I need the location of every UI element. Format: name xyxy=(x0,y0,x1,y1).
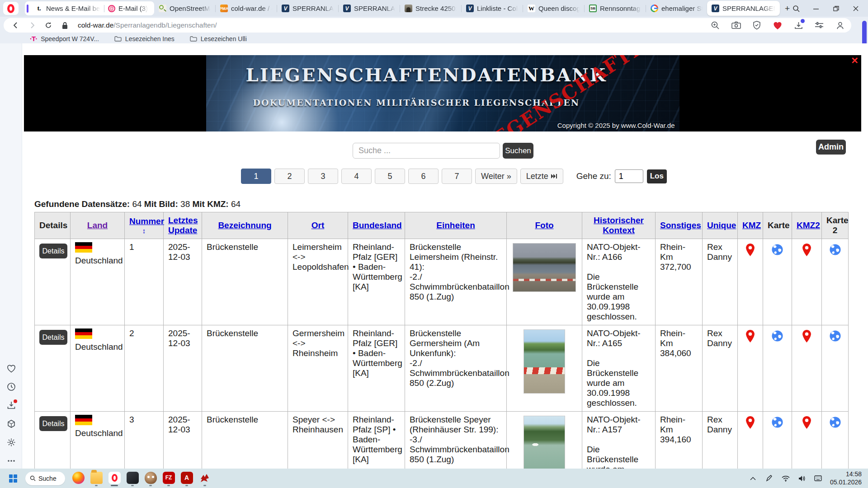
downloads-icon[interactable] xyxy=(793,20,803,30)
extensions-cube-icon[interactable] xyxy=(6,419,16,429)
kmz-pin-icon[interactable] xyxy=(745,416,755,429)
minimize-button[interactable] xyxy=(812,5,820,13)
tab-queen[interactable]: W Queen discography xyxy=(523,1,584,15)
zoom-search-icon[interactable] xyxy=(710,20,720,30)
profile-icon[interactable] xyxy=(835,20,845,30)
new-tab-button[interactable]: + xyxy=(783,3,792,14)
header-land[interactable]: Land xyxy=(71,212,125,239)
history-clock-icon[interactable] xyxy=(6,382,16,392)
snapshot-camera-icon[interactable] xyxy=(731,20,741,30)
bookmark-folder-ines[interactable]: Lesezeichen Ines xyxy=(114,35,175,42)
close-button[interactable] xyxy=(852,5,860,13)
bookmark-heart-icon[interactable] xyxy=(773,20,783,30)
acrobat-icon[interactable]: A xyxy=(180,470,193,487)
tab-search-icon[interactable] xyxy=(792,5,800,13)
address-bar[interactable]: cold-war.de/Sperranlagendb/Liegenschafte… xyxy=(4,18,851,33)
firefox-icon[interactable] xyxy=(71,470,85,487)
forward-button[interactable] xyxy=(26,19,38,31)
tab-linkliste[interactable]: V Linkliste - Cold-Wa xyxy=(462,1,523,15)
tab-phpmyadmin[interactable]: PMA cold-war.de / db50 xyxy=(216,1,277,15)
header-bundesland[interactable]: Bundesland xyxy=(348,212,405,239)
header-kmz2[interactable]: KMZ2 xyxy=(792,212,822,239)
row-photo[interactable] xyxy=(513,243,576,292)
header-kontext[interactable]: Historischer Kontext xyxy=(582,212,656,239)
page-button-4[interactable]: 4 xyxy=(341,169,372,184)
tab-email[interactable]: @ E-Mail (3) xyxy=(104,1,151,15)
red-app-icon[interactable] xyxy=(198,470,212,487)
tab-news-email[interactable]: t. News & E-Mail bei t xyxy=(32,1,104,15)
gimp-icon[interactable] xyxy=(144,470,157,487)
restore-button[interactable] xyxy=(832,5,840,13)
shield-check-icon[interactable] xyxy=(752,20,762,30)
details-button[interactable]: Details xyxy=(39,416,67,431)
search-submit-button[interactable]: Suchen xyxy=(503,143,533,159)
header-einheiten[interactable]: Einheiten xyxy=(405,212,507,239)
tune-filters-icon[interactable] xyxy=(814,20,824,30)
wifi-icon[interactable] xyxy=(781,474,790,483)
favorites-heart-icon[interactable] xyxy=(6,363,16,373)
row-photo[interactable] xyxy=(524,329,565,394)
tab-sperranlagen-active[interactable]: V SPERRANLAGENDATENBA xyxy=(707,1,780,16)
page-button-7[interactable]: 7 xyxy=(442,169,472,184)
taskbar-clock[interactable]: 14:58 05.01.2026 xyxy=(830,470,862,486)
opera-taskbar-icon[interactable] xyxy=(108,470,121,487)
url-text[interactable]: cold-war.de/Sperranlagendb/Liegenschafte… xyxy=(78,21,710,29)
opera-menu-button[interactable] xyxy=(3,2,19,15)
kmz-pin-icon[interactable] xyxy=(745,243,755,257)
details-button[interactable]: Details xyxy=(39,330,67,345)
banner-close-icon[interactable]: ✕ xyxy=(851,56,859,65)
map-globe-icon[interactable] xyxy=(771,416,783,428)
header-kmz[interactable]: KMZ xyxy=(738,212,763,239)
last-page-button[interactable]: Letzte xyxy=(520,169,563,184)
tab-sperranlagen-2[interactable]: V SPERRANLAGENDA xyxy=(339,1,400,15)
goto-page-input[interactable] xyxy=(615,169,643,183)
next-page-button[interactable]: Weiter » xyxy=(475,169,517,184)
downloads-tray-icon[interactable] xyxy=(6,400,16,410)
back-button[interactable] xyxy=(10,19,22,31)
tab-rennsonntag[interactable]: SB Rennsonntag in Sul xyxy=(585,1,646,15)
row-photo[interactable] xyxy=(524,416,565,469)
page-button-5[interactable]: 5 xyxy=(375,169,405,184)
filezilla-icon[interactable]: FZ xyxy=(162,470,175,487)
taskbar-search[interactable]: Suche xyxy=(25,472,65,485)
tab-strecke[interactable]: Strecke 4250: Eisen xyxy=(400,1,461,15)
volume-icon[interactable] xyxy=(797,474,807,483)
map2-globe-icon[interactable] xyxy=(829,244,841,256)
tab-openstreetmap[interactable]: OpenStreetMap De xyxy=(154,1,215,15)
header-foto[interactable]: Foto xyxy=(507,212,582,239)
reload-button[interactable] xyxy=(42,19,54,31)
kmz2-pin-icon[interactable] xyxy=(802,329,812,343)
page-button-6[interactable]: 6 xyxy=(408,169,439,184)
header-ort[interactable]: Ort xyxy=(288,212,348,239)
kmz2-pin-icon[interactable] xyxy=(802,416,812,429)
map2-globe-icon[interactable] xyxy=(829,416,841,428)
header-nummer[interactable]: Nummer↕ xyxy=(125,212,164,239)
page-button-1[interactable]: 1 xyxy=(241,169,271,184)
goto-submit-button[interactable]: Los xyxy=(647,169,667,183)
kmz-pin-icon[interactable] xyxy=(745,329,755,343)
header-bezeichnung[interactable]: Bezeichnung xyxy=(202,212,288,239)
bookmark-folder-ulli[interactable]: Lesezeichen Ulli xyxy=(190,35,247,42)
dark-app-icon[interactable] xyxy=(126,470,139,487)
more-ellipsis-icon[interactable] xyxy=(6,456,16,466)
kmz2-pin-icon[interactable] xyxy=(802,243,812,257)
search-input[interactable] xyxy=(353,143,500,159)
lock-icon[interactable] xyxy=(59,19,71,31)
bookmark-speedport[interactable]: ·T· Speedport W 724V... xyxy=(30,35,99,42)
map-globe-icon[interactable] xyxy=(771,330,783,342)
page-button-2[interactable]: 2 xyxy=(274,169,305,184)
header-sonstiges[interactable]: Sonstiges xyxy=(656,212,703,239)
tab-sperranlagen-1[interactable]: V SPERRANLAGENDA xyxy=(277,1,338,15)
header-update[interactable]: Letztes Update xyxy=(164,212,202,239)
admin-button[interactable]: Admin xyxy=(816,140,846,155)
touch-keyboard-icon[interactable] xyxy=(814,474,823,483)
map2-globe-icon[interactable] xyxy=(829,330,841,342)
map-globe-icon[interactable] xyxy=(771,244,783,256)
tab-steinbruch[interactable]: ehemaliger Steinbru xyxy=(646,1,707,15)
file-explorer-icon[interactable] xyxy=(90,470,103,487)
settings-gear-icon[interactable] xyxy=(6,437,16,447)
page-button-3[interactable]: 3 xyxy=(308,169,338,184)
start-button[interactable] xyxy=(6,472,20,485)
tray-chevron-icon[interactable] xyxy=(749,474,758,483)
header-unique[interactable]: Unique xyxy=(703,212,738,239)
